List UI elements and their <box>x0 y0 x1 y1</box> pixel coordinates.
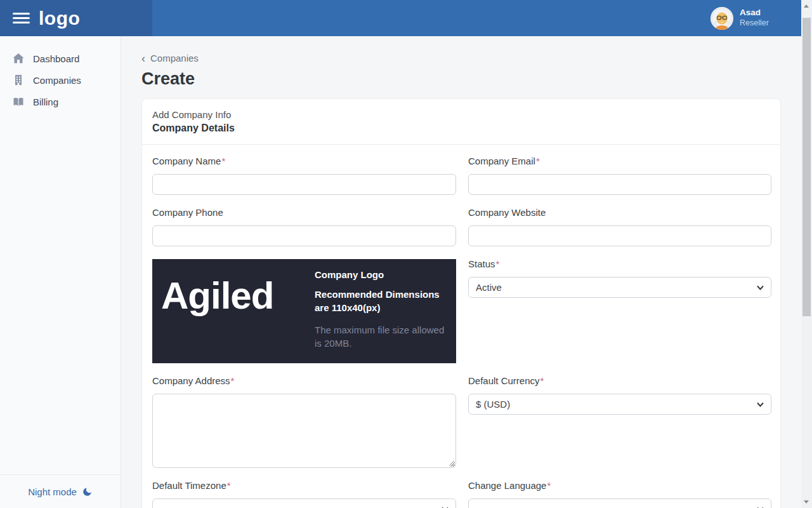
default-currency-label: Default Currency* <box>468 376 771 385</box>
field-company-phone: Company Phone <box>152 208 456 246</box>
company-name-label: Company Name* <box>152 156 456 166</box>
breadcrumb[interactable]: ‹ Companies <box>141 53 801 64</box>
company-email-input[interactable] <box>468 174 771 195</box>
company-address-label: Company Address* <box>152 376 456 385</box>
status-select[interactable]: Active <box>468 277 771 298</box>
logo-panel-size-note: The maximum file size allowed is 20MB. <box>315 323 448 350</box>
sidebar-item-label: Dashboard <box>33 53 79 64</box>
company-email-label: Company Email* <box>468 156 771 166</box>
scrollbar-thumb[interactable] <box>802 18 811 316</box>
default-currency-select[interactable]: $ (USD) <box>468 394 771 415</box>
required-mark: * <box>496 258 500 269</box>
vertical-scrollbar[interactable] <box>801 0 812 508</box>
company-logo-upload[interactable]: Agiled Company Logo Recommended Dimensio… <box>152 259 456 363</box>
company-name-input[interactable] <box>152 174 456 195</box>
company-phone-label: Company Phone <box>152 208 456 217</box>
hamburger-menu-icon[interactable] <box>13 10 30 26</box>
night-mode-toggle[interactable]: Night mode <box>0 474 121 508</box>
scrollbar-down-arrow-icon[interactable] <box>804 500 809 504</box>
night-mode-label: Night mode <box>28 486 77 497</box>
sidebar-item-dashboard[interactable]: Dashboard <box>0 48 121 69</box>
field-default-timezone: Default Timezone* <box>152 481 456 508</box>
field-company-name: Company Name* <box>152 156 456 195</box>
field-change-language: Change Language* <box>468 481 771 508</box>
card-title: Company Details <box>152 122 770 134</box>
change-language-label: Change Language* <box>468 481 771 490</box>
user-meta: Asad Reseller <box>740 8 769 29</box>
scrollbar-up-arrow-icon[interactable] <box>804 4 809 8</box>
user-role: Reseller <box>740 18 769 29</box>
status-label: Status* <box>468 259 771 269</box>
company-website-input[interactable] <box>468 225 771 246</box>
change-language-select[interactable] <box>468 498 771 508</box>
field-company-website: Company Website <box>468 208 771 246</box>
logo-panel-heading: Company Logo <box>315 269 448 280</box>
status-select-value: Active <box>476 282 502 293</box>
building-icon <box>13 74 24 86</box>
sidebar-item-label: Billing <box>33 97 58 107</box>
logo-panel-dimensions-note: Recommended Dimensions are 110x40(px) <box>315 288 448 314</box>
field-company-email: Company Email* <box>468 156 771 195</box>
home-icon <box>13 53 24 64</box>
sidebar-item-billing[interactable]: Billing <box>0 91 121 112</box>
page-title: Create <box>141 69 801 89</box>
company-phone-input[interactable] <box>152 225 456 246</box>
company-address-textarea[interactable] <box>152 394 456 468</box>
moon-icon <box>82 486 93 497</box>
required-mark: * <box>547 480 551 491</box>
required-mark: * <box>540 375 544 386</box>
field-status: Status* Active <box>468 259 771 298</box>
user-name: Asad <box>740 8 769 18</box>
sidebar: Dashboard Companies Billing Night mode <box>0 36 121 508</box>
sidebar-item-companies[interactable]: Companies <box>0 69 121 91</box>
default-timezone-label: Default Timezone* <box>152 481 456 490</box>
default-currency-select-value: $ (USD) <box>476 399 510 410</box>
chevron-down-icon <box>757 285 764 290</box>
chevron-left-icon: ‹ <box>141 54 145 63</box>
topbar-brand-area: logo <box>0 0 152 36</box>
main-content: ‹ Companies Create Add Company Info Comp… <box>121 36 801 508</box>
required-mark: * <box>231 375 235 386</box>
sidebar-item-label: Companies <box>33 75 81 86</box>
chevron-down-icon <box>757 402 764 407</box>
company-logo-preview: Agiled <box>161 277 315 363</box>
avatar <box>710 7 733 30</box>
book-icon <box>13 96 24 107</box>
required-mark: * <box>227 480 231 491</box>
company-website-label: Company Website <box>468 208 771 217</box>
breadcrumb-label: Companies <box>150 53 199 64</box>
logo-panel-info: Company Logo Recommended Dimensions are … <box>315 269 448 363</box>
user-menu[interactable]: Asad Reseller <box>710 0 769 36</box>
app-logo[interactable]: logo <box>39 0 80 36</box>
field-default-currency: Default Currency* $ (USD) <box>468 376 771 415</box>
divider <box>142 144 780 145</box>
required-mark: * <box>536 156 540 166</box>
company-form-card: Add Company Info Company Details Company… <box>141 98 781 508</box>
required-mark: * <box>221 156 225 166</box>
default-timezone-select[interactable] <box>152 498 456 508</box>
top-bar: logo Asad Reseller <box>0 0 812 36</box>
field-company-address: Company Address* <box>152 376 456 468</box>
card-subtitle: Add Company Info <box>152 109 770 121</box>
form-grid: Company Name* Company Email* Company Pho… <box>152 156 770 508</box>
